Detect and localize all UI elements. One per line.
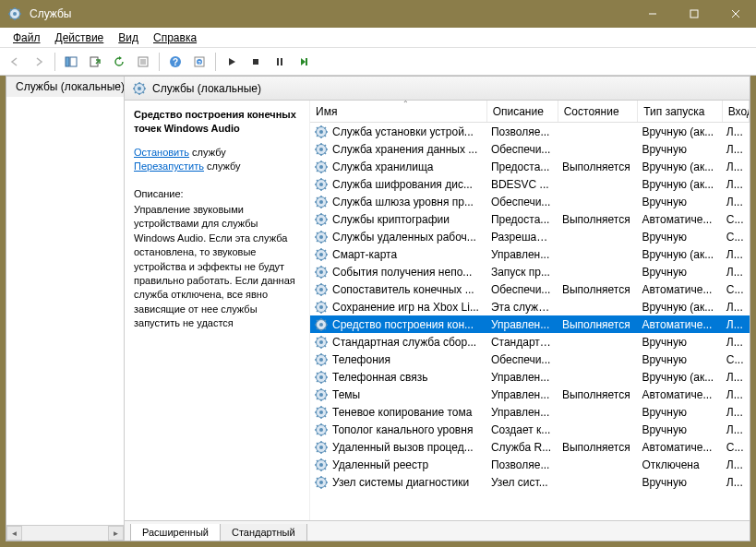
- cell-desc: Эта служб...: [487, 301, 558, 314]
- menu-help[interactable]: Справка: [146, 30, 204, 46]
- cell-name: Службы криптографии: [310, 212, 487, 227]
- svg-rect-16: [90, 57, 98, 66]
- service-name-text: Служба установки устрой...: [332, 125, 474, 138]
- cell-name: Узел системы диагностики: [310, 475, 487, 490]
- scroll-track[interactable]: [22, 526, 108, 541]
- cell-startup: Вручную: [638, 476, 722, 489]
- export-button[interactable]: [84, 51, 106, 73]
- service-row[interactable]: Служба шифрования дис...BDESVC ...Вручну…: [310, 175, 750, 193]
- service-row[interactable]: Узел системы диагностикиУзел сист...Вруч…: [310, 473, 750, 491]
- forward-button[interactable]: [28, 51, 50, 73]
- col-description[interactable]: Описание: [487, 101, 558, 122]
- cell-status: Выполняется: [558, 441, 639, 454]
- menu-file[interactable]: Файл: [6, 30, 48, 46]
- service-row[interactable]: Службы криптографииПредоста...Выполняетс…: [310, 210, 750, 228]
- service-icon: [314, 458, 329, 472]
- cell-logon: Л...: [723, 388, 750, 401]
- stop-service-button[interactable]: [245, 51, 267, 73]
- cell-startup: Вручную (ак...: [638, 161, 722, 173]
- cell-startup: Вручную (ак...: [638, 301, 722, 314]
- service-row[interactable]: ТелефонияОбеспечи...ВручнуюС...: [310, 351, 750, 368]
- service-name-text: Стандартная служба сбор...: [332, 336, 476, 349]
- help-button[interactable]: ?: [164, 51, 186, 73]
- titlebar[interactable]: Службы: [0, 0, 756, 28]
- maximize-button[interactable]: [673, 0, 714, 28]
- service-icon: [314, 387, 329, 402]
- menu-action[interactable]: Действие: [48, 30, 112, 46]
- service-row[interactable]: Сопоставитель конечных ...Обеспечи...Вып…: [310, 280, 750, 298]
- service-row[interactable]: Телефонная связьУправлен...Вручную (ак..…: [310, 368, 750, 386]
- cell-logon: Л...: [723, 406, 750, 419]
- service-icon: [314, 195, 329, 209]
- help-topics-button[interactable]: ?: [188, 51, 210, 73]
- cell-desc: Стандартн...: [487, 336, 558, 349]
- service-icon: [314, 282, 329, 297]
- restart-link[interactable]: Перезапустить: [134, 161, 204, 172]
- menu-view[interactable]: Вид: [111, 30, 146, 46]
- service-row[interactable]: Служба установки устрой...Позволяе...Вру…: [310, 123, 750, 140]
- cell-name: Тополог канального уровня: [310, 422, 487, 437]
- cell-logon: Л...: [723, 423, 750, 436]
- minimize-button[interactable]: [631, 0, 673, 28]
- properties-button[interactable]: [132, 51, 154, 73]
- cell-logon: С...: [723, 283, 750, 296]
- col-logon[interactable]: Вход от имени: [723, 101, 750, 122]
- cell-startup: Вручную: [638, 266, 722, 279]
- show-hide-tree-button[interactable]: [60, 51, 82, 73]
- scroll-right-button[interactable]: ►: [108, 526, 124, 541]
- cell-logon: Л...: [723, 248, 750, 261]
- cell-startup: Вручную: [638, 406, 722, 419]
- cell-desc: Обеспечи...: [487, 283, 558, 296]
- service-icon: [314, 247, 329, 262]
- tree-pane: Службы (локальные) ◄ ►: [6, 77, 125, 541]
- service-row[interactable]: Служба шлюза уровня пр...Обеспечи...Вруч…: [310, 193, 750, 210]
- tree-hscrollbar[interactable]: ◄ ►: [6, 525, 124, 541]
- cell-logon: Л...: [723, 196, 750, 208]
- cell-name: Службы удаленных рабоч...: [310, 230, 487, 244]
- cell-desc: Обеспечи...: [487, 196, 558, 208]
- restart-service-button[interactable]: [293, 51, 315, 73]
- grid-rows[interactable]: Служба установки устрой...Позволяе...Вру…: [310, 123, 750, 520]
- cell-logon: Л...: [723, 266, 750, 279]
- cell-startup: Вручную: [638, 231, 722, 244]
- col-name[interactable]: Имя: [310, 101, 487, 122]
- col-startup[interactable]: Тип запуска: [638, 101, 722, 122]
- scroll-left-button[interactable]: ◄: [6, 526, 22, 541]
- grid-header: ⌃ Имя Описание Состояние Тип запуска Вхо…: [310, 101, 750, 123]
- service-row[interactable]: Тополог канального уровняСоздает к...Вру…: [310, 421, 750, 438]
- service-row[interactable]: Служба хранилищаПредоста...ВыполняетсяВр…: [310, 158, 750, 175]
- service-row[interactable]: Удаленный реестрПозволяе...ОтключенаЛ...: [310, 456, 750, 473]
- close-button[interactable]: [714, 0, 756, 28]
- service-row[interactable]: Средство построения кон...Управлен...Вып…: [310, 315, 750, 333]
- tree-root-label: Службы (локальные): [16, 80, 124, 93]
- service-row[interactable]: Теневое копирование томаУправлен...Вручн…: [310, 403, 750, 421]
- service-row[interactable]: Стандартная служба сбор...Стандартн...Вр…: [310, 333, 750, 351]
- cell-startup: Вручную: [638, 143, 722, 156]
- service-row[interactable]: Службы удаленных рабоч...Разрешает...Вру…: [310, 228, 750, 245]
- window-title: Службы: [30, 7, 631, 20]
- cell-name: Смарт-карта: [310, 247, 487, 262]
- start-service-button[interactable]: [221, 51, 243, 73]
- cell-name: Служба шифрования дис...: [310, 177, 487, 192]
- service-row[interactable]: Сохранение игр на Xbox Li...Эта служб...…: [310, 298, 750, 315]
- cell-desc: Узел сист...: [487, 476, 558, 489]
- cell-startup: Автоматиче...: [638, 441, 722, 454]
- refresh-button[interactable]: [108, 51, 130, 73]
- col-status[interactable]: Состояние: [558, 101, 639, 122]
- service-row[interactable]: Смарт-картаУправлен...Вручную (ак...Л...: [310, 245, 750, 263]
- service-name-text: Смарт-карта: [332, 248, 397, 261]
- service-row[interactable]: ТемыУправлен...ВыполняетсяАвтоматиче...Л…: [310, 386, 750, 403]
- tree-root-services[interactable]: Службы (локальные): [6, 77, 124, 97]
- back-button[interactable]: [4, 51, 26, 73]
- cell-desc: Служба R...: [487, 441, 558, 454]
- detail-panel: Средство построения конечных точек Windo…: [125, 101, 309, 520]
- tab-extended[interactable]: Расширенный: [130, 524, 221, 541]
- service-row[interactable]: События получения непо...Запуск пр...Вру…: [310, 263, 750, 280]
- service-icon: [314, 422, 329, 437]
- pause-service-button[interactable]: [269, 51, 291, 73]
- service-row[interactable]: Служба хранения данных ...Обеспечи...Вру…: [310, 140, 750, 158]
- cell-name: Сопоставитель конечных ...: [310, 282, 487, 297]
- stop-link[interactable]: Остановить: [134, 147, 189, 158]
- service-row[interactable]: Удаленный вызов процед...Служба R...Выпо…: [310, 438, 750, 456]
- tab-standard[interactable]: Стандартный: [220, 524, 307, 541]
